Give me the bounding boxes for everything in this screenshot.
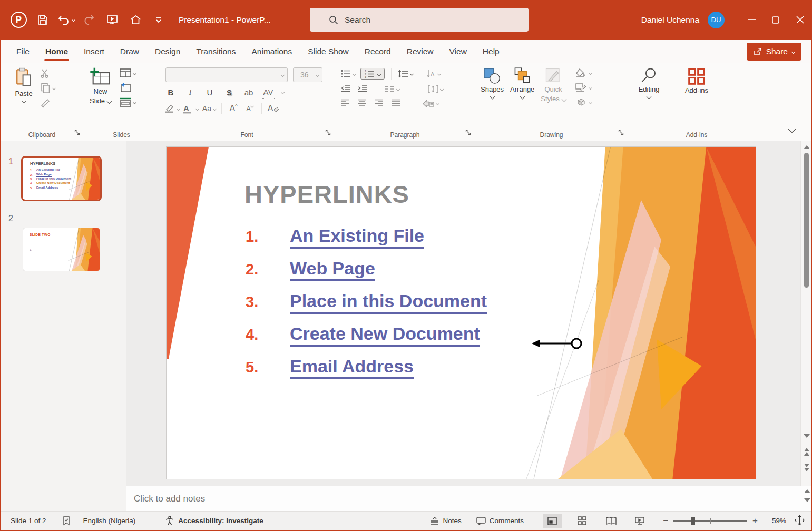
arrange-chevron-icon[interactable] xyxy=(520,94,525,100)
notes-scroll-down-button[interactable] xyxy=(804,498,810,502)
language-selector[interactable]: English (Nigeria) xyxy=(83,517,136,525)
hyperlink-place-in-document[interactable]: Place in this Document xyxy=(290,290,487,314)
search-bar[interactable] xyxy=(310,8,529,32)
share-chevron-icon[interactable] xyxy=(791,50,795,53)
shapes-button[interactable]: Shapes xyxy=(481,67,504,107)
editing-button[interactable]: Editing xyxy=(639,67,660,99)
tab-record[interactable]: Record xyxy=(357,40,399,63)
section-chevron-icon[interactable] xyxy=(133,100,136,104)
cut-button[interactable] xyxy=(40,68,55,78)
section-button[interactable] xyxy=(120,97,136,107)
addins-button[interactable]: Add-ins xyxy=(685,67,708,95)
scroll-down-button[interactable] xyxy=(804,434,810,438)
slideshow-from-beginning-button[interactable] xyxy=(101,8,124,32)
reset-slide-button[interactable] xyxy=(120,83,136,93)
tab-file[interactable]: File xyxy=(8,40,37,63)
tab-draw[interactable]: Draw xyxy=(112,40,147,63)
tab-slide-show[interactable]: Slide Show xyxy=(300,40,357,63)
align-left-button[interactable] xyxy=(340,99,350,108)
zoom-slider[interactable] xyxy=(673,520,747,522)
underline-button[interactable]: U xyxy=(203,86,216,99)
shape-fill-chevron-icon[interactable] xyxy=(589,71,592,75)
align-text-button[interactable] xyxy=(428,85,443,93)
slide-sorter-view-button[interactable] xyxy=(572,514,591,528)
new-slide-chevron-icon[interactable] xyxy=(106,99,112,104)
close-button[interactable] xyxy=(788,0,812,40)
tab-transitions[interactable]: Transitions xyxy=(188,40,243,63)
tab-view[interactable]: View xyxy=(442,40,475,63)
highlight-color-button[interactable] xyxy=(164,104,180,113)
shape-fill-button[interactable] xyxy=(575,68,592,77)
normal-view-button[interactable] xyxy=(543,514,562,528)
accessibility-checker-button[interactable]: Accessibility: Investigate xyxy=(165,516,263,526)
line-spacing-chevron-icon[interactable] xyxy=(410,72,414,75)
save-button[interactable] xyxy=(31,8,54,32)
undo-dropdown-chevron-icon[interactable] xyxy=(72,18,75,22)
drawing-dialog-launcher[interactable] xyxy=(618,128,624,137)
tab-animations[interactable]: Animations xyxy=(243,40,300,63)
font-dialog-launcher[interactable] xyxy=(325,128,331,137)
tab-design[interactable]: Design xyxy=(147,40,188,63)
slide-canvas[interactable]: HYPERLINKS 1.An Existing File 2.Web Page… xyxy=(166,146,756,479)
zoom-slider-thumb[interactable] xyxy=(691,517,695,525)
hyperlink-existing-file[interactable]: An Existing File xyxy=(290,225,424,249)
paste-button[interactable]: Paste xyxy=(15,67,33,108)
notes-toggle-button[interactable]: Notes xyxy=(430,517,462,525)
collapse-ribbon-button[interactable] xyxy=(788,126,796,135)
character-spacing-button[interactable]: AV xyxy=(262,86,275,99)
bold-button[interactable]: B xyxy=(164,86,177,99)
text-direction-chevron-icon[interactable] xyxy=(437,72,441,75)
redo-button[interactable] xyxy=(77,8,101,32)
align-right-button[interactable] xyxy=(374,99,384,108)
new-slide-button[interactable]: New Slide xyxy=(90,67,111,107)
paste-chevron-icon[interactable] xyxy=(21,99,26,104)
hyperlink-create-new-document[interactable]: Create New Document xyxy=(290,323,480,347)
search-input[interactable] xyxy=(345,15,503,25)
decrease-indent-button[interactable] xyxy=(340,84,351,94)
layout-chevron-icon[interactable] xyxy=(133,71,136,75)
paragraph-dialog-launcher[interactable] xyxy=(465,128,471,137)
tab-insert[interactable]: Insert xyxy=(76,40,112,63)
copy-button[interactable] xyxy=(40,83,55,93)
previous-slide-button[interactable] xyxy=(804,448,809,456)
shape-effects-chevron-icon[interactable] xyxy=(589,101,592,104)
font-color-chevron-icon[interactable] xyxy=(195,106,199,110)
copy-chevron-icon[interactable] xyxy=(52,86,56,90)
scrollbar-thumb[interactable] xyxy=(804,153,809,288)
bullets-button[interactable] xyxy=(340,70,356,78)
font-size-input[interactable] xyxy=(300,71,316,79)
slide-layout-button[interactable] xyxy=(120,68,136,78)
fit-slide-to-window-button[interactable] xyxy=(795,515,805,527)
shape-effects-button[interactable] xyxy=(575,98,592,107)
font-color-button[interactable]: A xyxy=(183,105,199,112)
shape-outline-chevron-icon[interactable] xyxy=(589,86,592,90)
increase-font-size-button[interactable]: A^ xyxy=(227,102,240,115)
font-size-combo[interactable] xyxy=(293,67,322,82)
arrange-button[interactable]: Arrange xyxy=(510,67,534,107)
highlight-chevron-icon[interactable] xyxy=(177,106,180,110)
text-direction-button[interactable]: A xyxy=(426,70,441,78)
minimize-button[interactable] xyxy=(739,0,764,40)
reading-view-button[interactable] xyxy=(602,514,621,528)
numbering-chevron-icon[interactable] xyxy=(377,71,382,76)
slide-editor-area[interactable]: HYPERLINKS 1.An Existing File 2.Web Page… xyxy=(126,141,800,486)
zoom-out-button[interactable]: − xyxy=(663,516,668,526)
clipboard-dialog-launcher[interactable] xyxy=(74,128,80,137)
tab-help[interactable]: Help xyxy=(475,40,507,63)
font-name-combo[interactable] xyxy=(165,67,288,82)
slide-title[interactable]: HYPERLINKS xyxy=(244,180,409,209)
undo-button[interactable] xyxy=(54,8,77,32)
bullets-chevron-icon[interactable] xyxy=(353,72,356,75)
format-painter-button[interactable] xyxy=(40,98,55,108)
tab-home[interactable]: Home xyxy=(37,40,76,63)
comments-button[interactable]: Comments xyxy=(476,517,524,525)
spell-check-button[interactable] xyxy=(62,516,71,526)
numbering-button[interactable]: 123 xyxy=(360,68,385,80)
zoom-level[interactable]: 59% xyxy=(766,517,786,525)
editing-chevron-icon[interactable] xyxy=(647,94,652,100)
font-size-chevron-icon[interactable] xyxy=(316,73,319,76)
align-text-chevron-icon[interactable] xyxy=(440,87,444,91)
change-case-button[interactable]: Aa xyxy=(202,104,216,113)
align-center-button[interactable] xyxy=(357,99,367,108)
customize-qat-button[interactable] xyxy=(147,8,170,32)
